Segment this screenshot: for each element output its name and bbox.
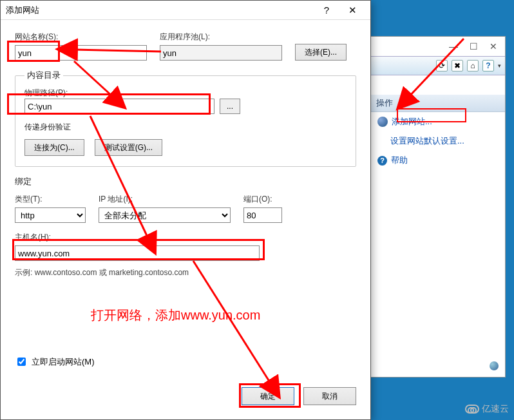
physical-path-input[interactable] — [24, 99, 214, 114]
close-btn[interactable]: ✕ — [490, 41, 497, 52]
browse-path-button[interactable]: ... — [220, 99, 240, 114]
app-pool-label: 应用程序池(L): — [160, 32, 282, 43]
cancel-button[interactable]: 取消 — [303, 387, 356, 405]
host-example-text: 示例: www.contoso.com 或 marketing.contoso.… — [15, 267, 356, 278]
actions-header: 操作 — [371, 95, 505, 112]
mini-globe-icon — [490, 361, 499, 370]
start-now-label: 立即启动网站(M) — [32, 356, 95, 368]
annotation-text: 打开网络，添加www.yun.com — [91, 307, 260, 324]
bg-toolbar: ⟳ ✖ ⌂ ? ▾ — [371, 56, 505, 75]
iis-background-panel: — ☐ ✕ ⟳ ✖ ⌂ ? ▾ 操作 添加网站... 设置网站默认设置... ?… — [370, 36, 506, 377]
stop-icon[interactable]: ✖ — [452, 60, 463, 72]
start-now-row[interactable]: 立即启动网站(M) — [15, 356, 95, 368]
home-icon[interactable]: ⌂ — [467, 60, 479, 72]
test-settings-button[interactable]: 测试设置(G)... — [95, 139, 162, 156]
action-add-website[interactable]: 添加网站... — [371, 112, 505, 131]
binding-group: 绑定 类型(T): http IP 地址(I): 全部未分配 端口(O): 主机… — [15, 176, 356, 289]
start-now-checkbox[interactable] — [17, 358, 26, 366]
action-set-defaults[interactable]: 设置网站默认设置... — [371, 131, 505, 151]
port-input[interactable] — [243, 207, 282, 223]
ip-select[interactable]: 全部未分配 — [99, 207, 231, 223]
host-label: 主机名(H): — [15, 232, 260, 243]
watermark: 亿速云 — [465, 403, 509, 415]
bg-window-controls: — ☐ ✕ — [371, 37, 505, 56]
action-help-label: 帮助 — [391, 155, 408, 166]
globe-icon — [377, 117, 388, 127]
dialog-titlebar: 添加网站 ? ✕ — [1, 1, 370, 20]
watermark-icon — [465, 405, 479, 414]
help-toolbar-icon[interactable]: ? — [482, 60, 494, 72]
help-icon: ? — [377, 156, 387, 166]
type-select[interactable]: http — [15, 207, 86, 223]
passthrough-label: 传递身份验证 — [24, 122, 347, 133]
add-website-dialog: 添加网站 ? ✕ 网站名称(S): 应用程序池(L): 选择(E)... 内容目… — [0, 0, 371, 420]
host-input[interactable] — [15, 245, 260, 261]
physical-path-label: 物理路径(P): — [24, 88, 68, 97]
binding-group-label: 绑定 — [12, 176, 34, 187]
app-pool-input — [160, 45, 282, 61]
maximize-btn[interactable]: ☐ — [470, 41, 478, 52]
site-name-label: 网站名称(S): — [15, 32, 147, 43]
content-group-label: 内容目录 — [24, 70, 63, 81]
action-add-website-label: 添加网站... — [392, 116, 432, 128]
dialog-title: 添加网站 — [6, 5, 39, 16]
port-label: 端口(O): — [243, 194, 282, 205]
dropdown-caret-icon[interactable]: ▾ — [498, 62, 501, 69]
site-name-input[interactable] — [15, 45, 147, 61]
watermark-text: 亿速云 — [482, 403, 509, 415]
dialog-help-btn[interactable]: ? — [314, 1, 339, 19]
content-directory-group: 内容目录 物理路径(P): ... 传递身份验证 连接为(C)... 测试设置(… — [15, 70, 356, 167]
action-set-defaults-label: 设置网站默认设置... — [390, 135, 464, 147]
ip-label: IP 地址(I): — [99, 194, 231, 205]
minimize-btn[interactable]: — — [449, 41, 458, 52]
type-label: 类型(T): — [15, 194, 86, 205]
dialog-close-btn[interactable]: ✕ — [339, 1, 365, 19]
action-help[interactable]: ? 帮助 — [371, 151, 505, 170]
select-app-pool-button[interactable]: 选择(E)... — [295, 44, 347, 61]
ok-button[interactable]: 确定 — [242, 387, 294, 405]
connect-as-button[interactable]: 连接为(C)... — [24, 139, 84, 156]
refresh-icon[interactable]: ⟳ — [436, 60, 448, 72]
